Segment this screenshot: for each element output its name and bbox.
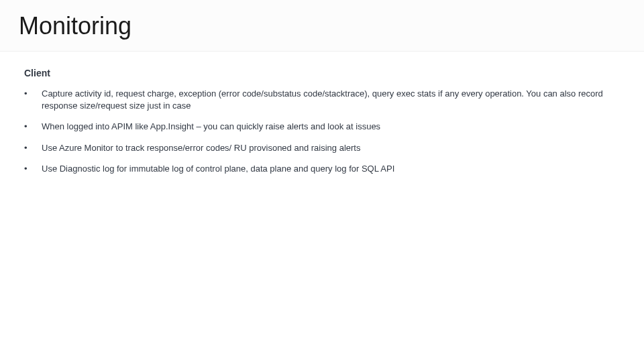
section-heading-client: Client (24, 68, 620, 78)
list-item: • Use Azure Monitor to track response/er… (24, 142, 620, 154)
bullet-icon: • (24, 163, 36, 175)
bullet-text: Use Diagnostic log for immutable log of … (36, 163, 620, 175)
bullet-icon: • (24, 121, 36, 133)
bullet-icon: • (24, 142, 36, 154)
bullet-list: • Capture activity id, request charge, e… (24, 88, 620, 175)
bullet-icon: • (24, 88, 36, 100)
slide-content: Client • Capture activity id, request ch… (0, 52, 644, 175)
bullet-text: Use Azure Monitor to track response/erro… (36, 142, 620, 154)
slide-title: Monitoring (19, 12, 625, 40)
bullet-text: When logged into APIM like App.Insight –… (36, 121, 620, 133)
list-item: • Capture activity id, request charge, e… (24, 88, 620, 111)
list-item: • Use Diagnostic log for immutable log o… (24, 163, 620, 175)
slide-header: Monitoring (0, 0, 644, 52)
bullet-text: Capture activity id, request charge, exc… (36, 88, 620, 111)
list-item: • When logged into APIM like App.Insight… (24, 121, 620, 133)
